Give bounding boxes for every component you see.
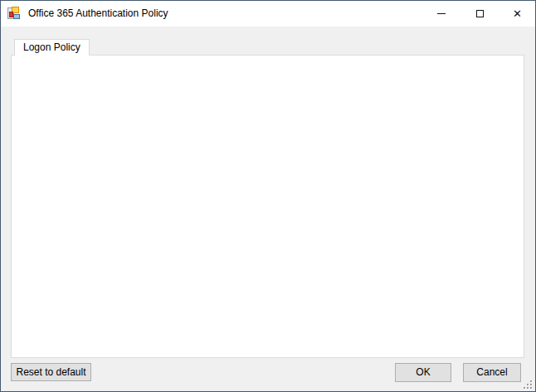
tab-logon-policy[interactable]: Logon Policy <box>14 39 90 56</box>
app-icon <box>7 7 21 20</box>
reset-to-default-button[interactable]: Reset to default <box>11 363 91 381</box>
resize-grip[interactable] <box>522 379 532 389</box>
minimize-icon <box>437 13 446 14</box>
ok-button[interactable]: OK <box>395 363 451 382</box>
cancel-button[interactable]: Cancel <box>463 363 521 382</box>
tab-panel <box>11 55 524 358</box>
maximize-icon <box>476 10 484 17</box>
close-button[interactable]: ✕ <box>499 1 536 27</box>
window-title: Office 365 Authentication Policy <box>28 1 168 27</box>
close-icon: ✕ <box>513 8 522 19</box>
minimize-button[interactable] <box>422 1 460 27</box>
dialog-window: Office 365 Authentication Policy ✕ Logon… <box>0 0 536 392</box>
maximize-button[interactable] <box>460 1 499 27</box>
titlebar: Office 365 Authentication Policy ✕ <box>1 1 535 27</box>
